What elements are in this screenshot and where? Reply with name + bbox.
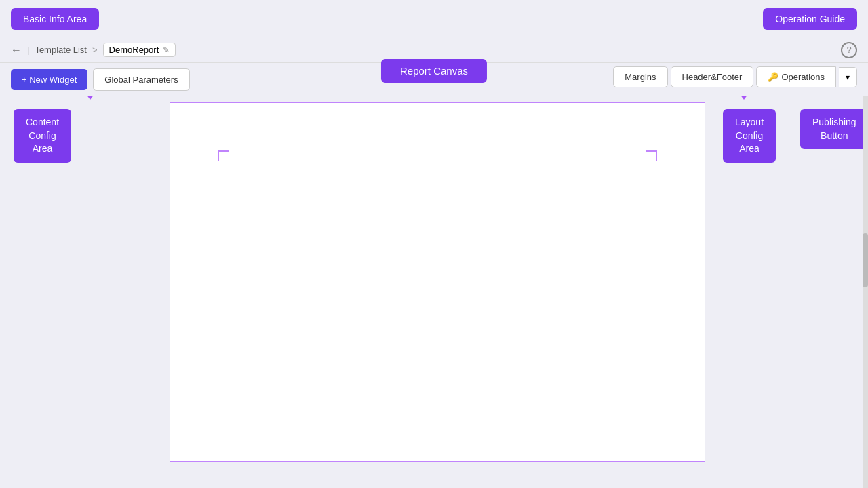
breadcrumb-current-report[interactable]: DemoReport ✎ bbox=[103, 43, 176, 57]
corner-mark-top-left bbox=[218, 150, 229, 161]
top-bar: Basic Info Area Operation Guide bbox=[0, 0, 868, 37]
operation-guide-badge[interactable]: Operation Guide bbox=[763, 8, 857, 30]
scrollbar[interactable] bbox=[863, 63, 868, 488]
back-button[interactable]: ← bbox=[11, 44, 22, 56]
scrollbar-thumb[interactable] bbox=[863, 233, 868, 287]
publishing-button-badge[interactable]: PublishingButton bbox=[800, 109, 868, 149]
canvas-area[interactable] bbox=[163, 96, 712, 488]
breadcrumb-arrow: > bbox=[92, 45, 98, 55]
corner-mark-top-right bbox=[646, 150, 657, 161]
operations-key-icon: 🔑 bbox=[768, 72, 778, 82]
content-config-label: ContentConfigArea bbox=[26, 117, 59, 154]
breadcrumb-separator: | bbox=[27, 45, 29, 55]
left-sidebar: ContentConfigArea bbox=[0, 96, 163, 488]
operations-label: Operations bbox=[781, 72, 825, 82]
breadcrumb-template-list[interactable]: Template List bbox=[35, 45, 87, 55]
publishing-label: PublishingButton bbox=[812, 117, 856, 141]
new-widget-button[interactable]: + New Widget bbox=[11, 69, 87, 90]
main-content: ContentConfigArea LayoutConfigArea Publi… bbox=[0, 96, 868, 488]
layout-config-badge[interactable]: LayoutConfigArea bbox=[723, 109, 776, 163]
operations-dropdown-button[interactable]: ▾ bbox=[839, 67, 857, 87]
layout-config-label: LayoutConfigArea bbox=[735, 117, 764, 154]
report-page bbox=[170, 102, 705, 462]
global-parameters-button[interactable]: Global Parameters bbox=[93, 68, 189, 91]
right-toolbar: Margins Header&Footer 🔑Operations ▾ bbox=[613, 66, 857, 87]
operations-button[interactable]: 🔑Operations bbox=[756, 66, 836, 87]
header-footer-button[interactable]: Header&Footer bbox=[671, 66, 754, 87]
content-config-badge[interactable]: ContentConfigArea bbox=[14, 109, 71, 163]
edit-report-name-icon[interactable]: ✎ bbox=[163, 45, 170, 55]
right-sidebar: LayoutConfigArea PublishingButton bbox=[712, 96, 868, 488]
report-canvas-label: Report Canvas bbox=[381, 59, 487, 83]
margins-button[interactable]: Margins bbox=[613, 66, 667, 87]
basic-info-badge[interactable]: Basic Info Area bbox=[11, 8, 99, 30]
current-report-name: DemoReport bbox=[109, 45, 159, 55]
help-icon[interactable]: ? bbox=[841, 42, 857, 58]
